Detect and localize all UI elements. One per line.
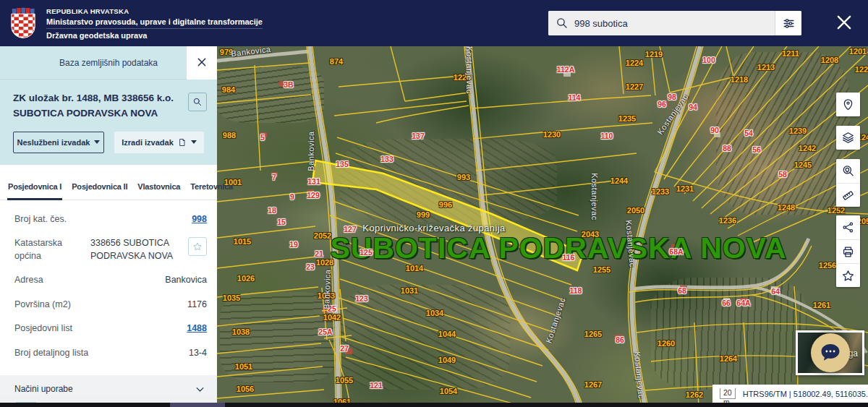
street-name-label: Bankovica [307,131,315,171]
house-number-label: 25A [318,327,332,336]
search-bar [548,11,801,35]
house-number-label: 56 [752,145,761,154]
house-number-label: 7 [272,173,276,181]
chevron-down-icon [195,384,205,395]
street-name-label: Bankovica [231,46,271,58]
parcel-number-label: 1014 [406,264,423,273]
parcel-number-label: 2043 [582,230,599,239]
house-number-label: 94 [689,103,697,111]
create-extract-button[interactable]: Izradi izvadak [114,132,204,153]
house-number-label: 27 [340,344,349,353]
parcel-number-label: 1244 [610,176,628,185]
tab-teretovnica[interactable]: Teretovnica [185,174,238,200]
extract-buttons-row: Neslužbeni izvadak Izradi izvadak [0,129,217,153]
document-icon [178,138,187,147]
print-tool-button[interactable] [836,239,860,263]
unofficial-extract-button[interactable]: Neslužbeni izvadak [13,132,104,153]
detail-row: AdresaBankovica [14,268,207,293]
chevron-down-icon [94,140,100,144]
unofficial-extract-label: Neslužbeni izvadak [17,138,90,147]
detail-row: Katastarska općina338656 SUBOTICA PODRAV… [14,231,207,268]
house-number-label: 21 [315,249,323,258]
house-number-label: 86 [616,335,624,344]
detail-row: Broj kat. čes.998 [14,207,207,232]
search-input[interactable] [548,11,775,35]
map-viewport[interactable]: Koprivničko-križevačka županija SUBOTICA… [217,46,868,407]
parcel-title: ZK uložak br. 1488, MB 338656 k.o. SUBOT… [13,91,179,121]
favorite-municipality-button[interactable] [188,237,207,256]
header-titles: REPUBLIKA HRVATSKA Ministarstvo pravosud… [46,7,263,40]
parcel-number-label: 1260 [658,339,675,348]
house-number-label: 68 [678,286,686,295]
parcel-number-label: 1035 [223,294,240,302]
parcel-number-label: 988 [223,131,236,140]
parcel-number-label: 1213 [757,63,775,72]
parcel-number-label: 1256 [819,261,836,270]
parcel-number-label: 1055 [336,376,353,385]
row-value: 338656 SUBOTICA PODRAVSKA NOVA [90,237,182,262]
tab-posjedovnica-ii[interactable]: Posjedovnica II [67,174,132,200]
tab-vlastovnica[interactable]: Vlastovnica [132,174,185,200]
parcel-number-label: 1252 [827,206,845,215]
layers-icon [841,131,855,145]
zoom-to-parcel-button[interactable] [188,93,207,111]
search-location-icon [841,164,855,178]
house-number-label: 116 [563,253,575,262]
row-value-link[interactable]: 998 [90,213,207,226]
row-label: Broj detaljnog lista [14,347,90,360]
panel-bar-title: Baza zemljišnih podataka [59,58,158,68]
parcel-number-label: 993 [457,173,470,181]
close-icon [196,56,208,68]
panel-header-section: Baza zemljišnih podataka ZK uložak br. 1… [0,46,217,165]
chat-widget-button[interactable] [811,333,850,372]
detail-row: Broj detaljnog lista13-4 [14,341,207,366]
header-agency: Državna geodetska uprava [46,31,263,40]
house-number-label: 64 [771,287,780,296]
layers-tool-button[interactable] [836,126,860,150]
app-header: REPUBLIKA HRVATSKA Ministarstvo pravosud… [0,0,868,46]
parcel-number-label: 999 [417,210,430,219]
parcel-number-label: 1015 [234,237,251,246]
house-number-label: 18 [268,206,276,215]
street-name-label: Bankovica [322,269,332,309]
map-labels-layer: Koprivničko-križevačka županija SUBOTICA… [217,46,868,407]
chat-bubble-icon [818,340,843,365]
tab-posjedovnica-i[interactable]: Posjedovnica I [3,174,67,200]
map-statusbar: 20 m HTRS96/TM | 518002.49, 5116035.16 [712,385,868,403]
favorite-tool-button[interactable] [836,263,860,287]
search-icon [556,17,569,30]
locate-tool-button[interactable] [836,93,860,116]
overview-minimap[interactable]: ga [796,330,864,375]
house-number-label: 64A [736,299,750,307]
land-data-panel: Baza zemljišnih podataka ZK uložak br. 1… [0,46,217,407]
parcel-number-label: 1056 [237,385,254,393]
measure-tool-button[interactable] [836,183,860,207]
house-number-label: 110 [601,132,613,140]
parcel-number-label: 1054 [440,387,457,395]
minimap-partial-text: ga [848,348,858,359]
house-number-label: 137 [412,132,425,140]
panel-close-button[interactable] [187,46,217,80]
parcel-number-label: 1267 [584,380,602,389]
panel-title-bar: Baza zemljišnih podataka [0,46,217,80]
search-close-button[interactable] [834,12,854,33]
parcel-number-label: 1233 [652,187,669,196]
parcel-number-label: 1044 [438,330,456,338]
parcel-number-label: 1051 [235,362,252,371]
share-tool-button[interactable] [836,215,860,239]
parcel-number-label: 1231 [676,184,694,193]
parcel-number-label: 874 [330,57,343,66]
row-value-link[interactable]: 1488 [90,322,207,335]
house-number-label: 54 [744,129,753,137]
search-location-tool-button[interactable] [836,159,860,183]
settlement-label: SUBOTICA PODRAVSKA NOVA [330,231,786,265]
parcel-number-label: 2052 [314,231,331,240]
parcel-number-label: 1255 [593,265,610,274]
street-name-label: Kostanjevac [633,351,646,399]
search-filter-button[interactable] [775,11,801,35]
detail-row: Posjedovni list1488 [14,317,207,341]
parcel-number-label: 1034 [426,309,443,317]
tabs: Posjedovnica IPosjedovnica IIVlastovnica… [0,174,217,200]
house-number-label: 3B [284,80,293,89]
parcel-number-label: 1220 [855,65,868,74]
